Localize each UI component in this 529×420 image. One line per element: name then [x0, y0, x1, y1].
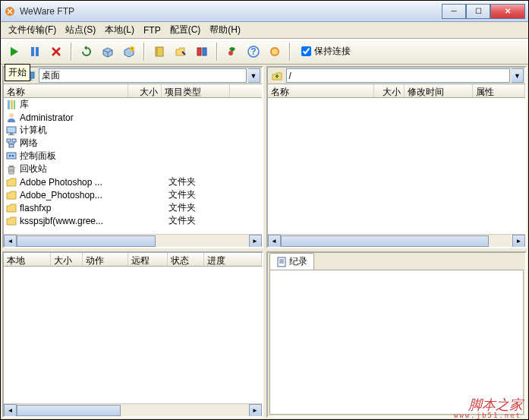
menu-config[interactable]: 配置(C) — [165, 22, 206, 38]
file-icon — [5, 202, 17, 214]
list-item[interactable]: ksspsjbf(www.gree...文件夹 — [4, 214, 262, 227]
col-name[interactable]: 名称 — [268, 84, 374, 97]
addressbook-button[interactable] — [150, 42, 169, 62]
list-item[interactable]: Adobe Photoshop ...文件夹 — [4, 175, 262, 188]
col-size[interactable]: 大小 — [128, 84, 162, 97]
file-name: ksspsjbf(www.gree... — [20, 216, 140, 226]
about-button[interactable] — [265, 42, 285, 62]
svg-rect-1 — [31, 47, 34, 56]
col-remote[interactable]: 远程 — [128, 253, 168, 266]
remote-up-icon[interactable] — [269, 68, 285, 84]
file-type: 文件夹 — [165, 214, 211, 227]
keep-connection-option[interactable]: 保持连接 — [301, 45, 351, 58]
list-item[interactable]: 控制面板 — [4, 150, 262, 163]
svg-rect-7 — [203, 48, 206, 55]
log-tab-label: 纪录 — [289, 255, 307, 268]
close-button[interactable]: ✕ — [490, 4, 525, 19]
local-file-list[interactable]: 库Administrator计算机网络控制面板回收站Adobe Photosho… — [4, 98, 262, 234]
list-item[interactable]: Administrator — [4, 111, 262, 124]
list-item[interactable]: 库 — [4, 98, 262, 111]
local-path-input[interactable]: 桌面 — [39, 68, 247, 83]
refresh-button[interactable] — [77, 42, 96, 62]
file-icon — [5, 189, 17, 201]
svg-rect-29 — [9, 166, 14, 167]
col-status[interactable]: 状态 — [168, 253, 204, 266]
svg-rect-25 — [9, 144, 14, 147]
col-size[interactable]: 大小 — [51, 253, 83, 266]
file-icon — [5, 163, 17, 175]
list-item[interactable]: 回收站 — [4, 163, 262, 175]
compare-button[interactable] — [192, 42, 212, 62]
file-name: 库 — [20, 98, 140, 111]
keep-connection-checkbox[interactable] — [301, 46, 311, 56]
svg-rect-6 — [197, 48, 201, 55]
list-item[interactable]: Adobe_Photoshop...文件夹 — [4, 188, 262, 201]
queue-hscroll[interactable]: ◄► — [4, 403, 262, 416]
remote-file-list[interactable] — [268, 98, 526, 234]
file-icon — [5, 150, 17, 163]
svg-rect-18 — [14, 100, 15, 109]
folder-tool-button[interactable] — [171, 42, 191, 62]
stop-button[interactable] — [46, 42, 66, 62]
titlebar: WeWare FTP ─ ☐ ✕ — [1, 1, 528, 22]
log-tab[interactable]: 纪录 — [269, 253, 314, 270]
col-mtime[interactable]: 修改时间 — [405, 84, 473, 97]
menu-ftp[interactable]: FTP — [139, 24, 165, 37]
col-local[interactable]: 本地 — [4, 253, 51, 266]
app-icon — [4, 5, 16, 17]
toolbar: 开始 ? 保持连接 — [1, 39, 528, 65]
svg-point-8 — [228, 51, 233, 55]
minimize-button[interactable]: ─ — [442, 4, 466, 19]
col-name[interactable]: 名称 — [4, 84, 128, 97]
svg-rect-22 — [8, 134, 14, 135]
settings-button[interactable] — [222, 42, 242, 62]
svg-point-28 — [12, 154, 14, 156]
svg-rect-20 — [7, 127, 16, 133]
log-textarea[interactable] — [269, 270, 524, 415]
toolbar-separator — [216, 43, 218, 61]
file-name: 回收站 — [20, 163, 140, 175]
file-name: 控制面板 — [20, 150, 140, 163]
start-button[interactable]: 开始 — [4, 42, 24, 62]
remote-headers: 名称 大小 修改时间 属性 — [268, 84, 526, 98]
queue-list[interactable] — [4, 267, 262, 403]
menu-help[interactable]: 帮助(H) — [205, 22, 245, 38]
col-progress[interactable]: 进度 — [204, 253, 262, 266]
svg-rect-24 — [12, 139, 16, 142]
remote-path-input[interactable]: / — [286, 68, 511, 83]
list-item[interactable]: 网络 — [4, 137, 262, 150]
window-title: WeWare FTP — [20, 6, 442, 17]
pause-button[interactable] — [25, 42, 45, 62]
maximize-button[interactable]: ☐ — [466, 4, 490, 19]
menu-local[interactable]: 本地(L) — [100, 22, 139, 38]
file-icon — [5, 99, 17, 111]
list-item[interactable]: 计算机 — [4, 124, 262, 137]
file-name: flashfxp — [20, 203, 140, 213]
local-hscroll[interactable]: ◄► — [4, 234, 262, 247]
col-attr[interactable]: 属性 — [473, 84, 526, 97]
svg-rect-2 — [36, 47, 39, 56]
file-name: 网络 — [20, 137, 140, 150]
box-button[interactable] — [98, 42, 118, 62]
log-icon — [276, 257, 287, 267]
col-type[interactable]: 项目类型 — [162, 84, 230, 97]
file-name: Adobe Photoshop ... — [20, 177, 140, 188]
new-box-button[interactable] — [119, 42, 139, 62]
svg-rect-26 — [7, 153, 16, 159]
svg-rect-16 — [8, 100, 10, 109]
help-button[interactable]: ? — [244, 42, 263, 62]
svg-rect-5 — [156, 47, 158, 56]
menu-file-transfer[interactable]: 文件传输(F) — [4, 22, 61, 38]
local-path-dropdown[interactable]: ▼ — [248, 68, 260, 83]
remote-hscroll[interactable]: ◄► — [268, 234, 526, 247]
toolbar-separator — [71, 43, 72, 61]
col-action[interactable]: 动作 — [83, 253, 128, 266]
col-size[interactable]: 大小 — [374, 84, 405, 97]
file-icon — [5, 112, 17, 124]
menu-sites[interactable]: 站点(S) — [61, 22, 100, 38]
remote-path-dropdown[interactable]: ▼ — [512, 68, 524, 83]
list-item[interactable]: flashfxp文件夹 — [4, 201, 262, 214]
log-pane: 纪录 — [266, 251, 527, 418]
local-pane: 桌面 ▼ 名称 大小 项目类型 库Administrator计算机网络控制面板回… — [2, 66, 263, 248]
tooltip-start: 开始 — [5, 64, 30, 81]
